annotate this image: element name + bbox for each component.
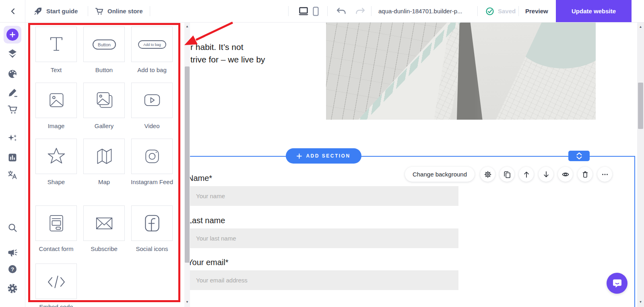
bar-chart-icon [7, 152, 18, 163]
hero-text-line1: r habit. It’s not [190, 41, 265, 53]
cart-icon [95, 6, 104, 16]
preview-button[interactable]: Preview [525, 0, 548, 22]
sidebar-item-ai[interactable] [0, 133, 25, 144]
back-button[interactable] [8, 0, 18, 22]
more-options-button[interactable] [597, 167, 612, 182]
arrow-up-icon [522, 170, 530, 178]
form-input-email[interactable] [188, 270, 458, 290]
hero-text-block[interactable]: r habit. It’s not trive for – we live by [190, 41, 265, 66]
canvas-scrollbar[interactable]: ▲ ▼ [637, 22, 644, 307]
widget-card-button[interactable]: Button [83, 27, 125, 62]
svg-text:Add to bag: Add to bag [143, 43, 161, 47]
save-status: Saved [485, 0, 516, 22]
site-url[interactable]: aqua-dunlin-184701.builder-p... [378, 0, 462, 22]
topbar-divider [150, 6, 150, 16]
hero-image[interactable] [326, 22, 596, 120]
widget-label-add-to-bag: Add to bag [130, 66, 173, 75]
form-input-name[interactable] [188, 186, 458, 206]
form-label-name[interactable]: Name* [188, 174, 212, 183]
widget-card-shape[interactable] [35, 139, 77, 174]
hide-section-button[interactable] [558, 167, 573, 182]
widget-label-text: Text [35, 66, 78, 75]
gear-icon [484, 170, 492, 178]
start-guide-button[interactable]: Start guide [33, 0, 78, 22]
section-settings-button[interactable] [480, 167, 495, 182]
palette-icon [7, 68, 18, 79]
redo-button[interactable] [355, 0, 365, 22]
contact-form-icon [45, 212, 68, 234]
online-store-button[interactable]: Online store [95, 0, 143, 22]
desktop-view-button[interactable] [298, 0, 309, 22]
redo-icon [355, 7, 365, 16]
hero-text-line2: trive for – we live by [190, 53, 265, 66]
form-label-email[interactable]: Your email* [188, 258, 229, 267]
canvas-scroll-down-arrow[interactable]: ▼ [637, 299, 644, 305]
widget-card-add-to-bag[interactable]: Add to bag [131, 27, 173, 62]
sidebar-item-settings[interactable] [0, 283, 25, 294]
widget-label-contact-form: Contact form [35, 245, 78, 253]
widget-card-text[interactable] [35, 27, 77, 62]
widget-label-instagram-feed: Instagram Feed [130, 178, 173, 187]
button-icon: Button [90, 33, 119, 56]
preview-label: Preview [525, 8, 548, 15]
undo-button[interactable] [336, 0, 347, 22]
duplicate-section-button[interactable] [500, 167, 514, 182]
sidebar-item-store[interactable] [0, 104, 25, 115]
widget-label-embed-code: Embed code [35, 303, 78, 307]
sidebar-item-edit[interactable] [0, 87, 25, 98]
panel-scroll-up-arrow[interactable]: ▲ [184, 24, 190, 29]
update-website-button[interactable]: Update website [556, 0, 632, 22]
saved-label: Saved [498, 8, 516, 15]
update-website-label: Update website [572, 8, 616, 15]
ellipsis-icon [601, 170, 609, 178]
widget-label-subscribe: Subscribe [83, 245, 126, 253]
canvas-scroll-up-arrow[interactable]: ▲ [637, 24, 644, 30]
form-input-last-name[interactable] [188, 228, 458, 248]
change-background-button[interactable]: Change background [405, 167, 475, 182]
mobile-view-button[interactable] [312, 0, 319, 22]
widget-card-embed-code[interactable] [35, 263, 77, 299]
topbar-divider [88, 6, 88, 16]
sidebar-item-design[interactable] [0, 68, 25, 79]
widget-card-contact-form[interactable] [35, 205, 77, 241]
laptop-icon [298, 6, 309, 17]
widget-card-map[interactable] [83, 139, 125, 174]
widget-card-subscribe[interactable] [83, 205, 125, 241]
section-move-control[interactable] [568, 151, 590, 161]
widget-card-image[interactable] [35, 83, 77, 118]
move-section-up-button[interactable] [519, 167, 534, 182]
undo-icon [336, 7, 347, 16]
widget-card-gallery[interactable] [83, 83, 125, 118]
sidebar-item-translate[interactable] [0, 169, 25, 180]
form-label-last-name[interactable]: Last name [188, 216, 225, 225]
widget-card-instagram-feed[interactable] [131, 139, 173, 174]
sidebar-item-search[interactable] [0, 222, 25, 233]
annotation-red-arrow-line [196, 23, 233, 40]
translate-icon [7, 169, 18, 180]
move-section-down-button[interactable] [539, 167, 553, 182]
sidebar-item-help[interactable]: ? [0, 263, 25, 275]
image-icon [45, 89, 68, 112]
panel-scroll-down-arrow[interactable]: ▼ [184, 299, 190, 305]
check-circle-icon [485, 7, 494, 16]
widget-card-video[interactable] [131, 83, 173, 118]
rocket-icon [33, 6, 43, 16]
live-chat-button[interactable] [607, 273, 627, 294]
sidebar-item-analytics[interactable] [0, 152, 25, 163]
delete-section-button[interactable] [578, 167, 592, 182]
chevron-left-icon [8, 6, 18, 16]
canvas-scrollbar-thumb[interactable] [638, 83, 643, 129]
code-icon [45, 270, 68, 293]
panel-scrollbar-thumb[interactable] [185, 66, 190, 263]
widget-card-social-icons[interactable] [131, 205, 173, 241]
widget-label-video: Video [130, 122, 173, 131]
cart-icon [7, 104, 18, 115]
layers-icon [7, 48, 18, 59]
gear-icon [7, 283, 18, 294]
pencil-icon [7, 87, 18, 98]
sidebar-item-announcements[interactable] [0, 247, 25, 259]
sidebar-item-add-widget[interactable] [4, 26, 21, 44]
panel-scrollbar[interactable]: ▲ ▼ [184, 22, 190, 307]
sidebar-item-layers[interactable] [0, 48, 25, 59]
add-section-button[interactable]: ADD SECTION [286, 148, 361, 164]
